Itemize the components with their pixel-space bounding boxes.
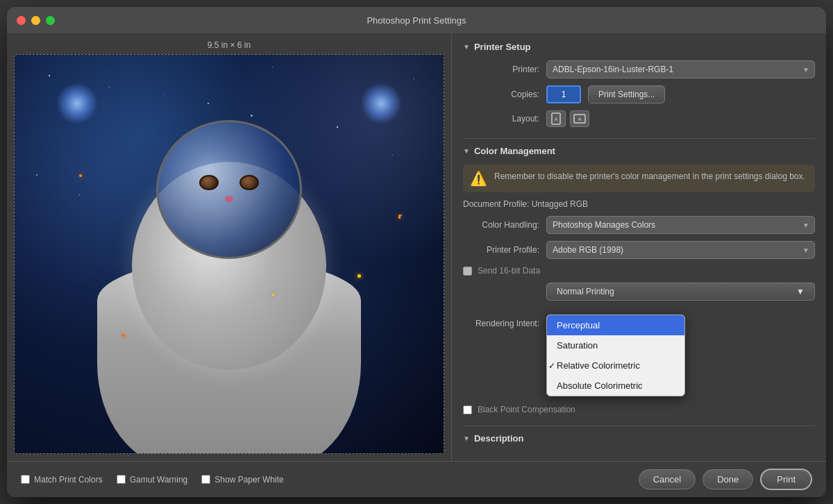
printer-row: Printer: ADBL-Epson-16in-Luster-RGB-1 ▼ — [463, 60, 815, 78]
layout-control: A A — [546, 110, 815, 127]
helmet-light-left — [56, 83, 98, 124]
printer-label: Printer: — [463, 65, 546, 74]
printer-profile-control: Adobe RGB (1998) sRGB ProPhoto RGB ▼ — [546, 241, 815, 259]
layout-row: Layout: A — [463, 110, 815, 127]
black-point-checkbox[interactable] — [463, 405, 472, 414]
document-profile: Document Profile: Untagged RGB — [463, 199, 815, 209]
cancel-button[interactable]: Cancel — [639, 469, 696, 489]
rendering-option-absolute[interactable]: Absolute Colorimetric — [547, 376, 684, 396]
color-mgmt-chevron: ▼ — [463, 147, 470, 155]
printer-control: ADBL-Epson-16in-Luster-RGB-1 ▼ — [546, 60, 815, 78]
gamut-warning-item: Gamut Warning — [117, 475, 188, 485]
printer-profile-select-wrapper: Adobe RGB (1998) sRGB ProPhoto RGB ▼ — [546, 241, 815, 259]
printer-setup-chevron: ▼ — [463, 43, 470, 51]
svg-text:A: A — [555, 117, 558, 121]
cat-eye-left — [199, 175, 219, 190]
normal-printing-control: Normal Printing ▼ — [546, 283, 815, 308]
copies-label: Copies: — [463, 90, 546, 99]
copies-row: Copies: Print Settings... — [463, 85, 815, 103]
helmet-visor — [156, 120, 302, 259]
bottom-checkboxes: Match Print Colors Gamut Warning Show Pa… — [21, 475, 284, 485]
description-title: Description — [474, 433, 524, 444]
gamut-warning-checkbox[interactable] — [117, 475, 126, 484]
left-panel: 9.5 in × 6 in — [7, 33, 451, 461]
cat-eyes — [199, 175, 259, 190]
window-title: Photoshop Print Settings — [367, 15, 466, 26]
normal-printing-arrow: ▼ — [796, 287, 805, 296]
relative-label: Relative Colorimetric — [557, 360, 640, 371]
close-button[interactable] — [17, 16, 26, 25]
layout-label: Layout: — [463, 114, 546, 124]
cat-nose — [225, 196, 233, 202]
rendering-intent-dropdown[interactable]: Perceptual Saturation ✓ Relative Colorim… — [546, 314, 685, 396]
color-handling-select-wrapper: Photoshop Manages Colors Printer Manages… — [546, 216, 815, 234]
canvas-size-label: 9.5 in × 6 in — [14, 40, 444, 50]
rendering-option-perceptual[interactable]: Perceptual — [547, 315, 684, 335]
color-handling-select[interactable]: Photoshop Manages Colors Printer Manages… — [546, 216, 815, 234]
layout-portrait-button[interactable]: A — [546, 110, 566, 127]
match-print-colors-label: Match Print Colors — [34, 475, 103, 485]
perceptual-label: Perceptual — [557, 320, 600, 330]
helmet-shell — [132, 162, 326, 370]
warning-text: Remember to disable the printer's color … — [494, 170, 805, 187]
warning-box: ⚠️ Remember to disable the printer's col… — [463, 165, 815, 192]
bottom-bar: Match Print Colors Gamut Warning Show Pa… — [7, 461, 826, 497]
warning-icon: ⚠️ — [470, 170, 487, 187]
rendering-intent-row: Rendering Intent: Perceptual Saturation — [463, 314, 815, 328]
title-bar: Photoshop Print Settings — [7, 7, 826, 33]
rendering-option-saturation[interactable]: Saturation — [547, 335, 684, 355]
layout-landscape-button[interactable]: A — [570, 110, 589, 127]
printer-select-wrapper: ADBL-Epson-16in-Luster-RGB-1 ▼ — [546, 60, 815, 78]
normal-printing-button[interactable]: Normal Printing ▼ — [546, 283, 815, 301]
printer-select[interactable]: ADBL-Epson-16in-Luster-RGB-1 — [546, 60, 815, 78]
copies-input-row: Print Settings... — [546, 85, 815, 103]
main-content: 9.5 in × 6 in — [7, 33, 826, 461]
absolute-label: Absolute Colorimetric — [557, 380, 643, 391]
saturation-label: Saturation — [557, 340, 598, 351]
normal-printing-row: Normal Printing ▼ — [463, 283, 815, 308]
show-paper-white-checkbox[interactable] — [201, 475, 210, 484]
copies-input[interactable] — [546, 85, 581, 103]
description-chevron: ▼ — [463, 435, 470, 442]
separator-2 — [463, 426, 815, 426]
print-button[interactable]: Print — [760, 469, 812, 490]
color-management-title: Color Management — [474, 146, 555, 156]
right-scroll-area[interactable]: ▼ Printer Setup Printer: ADBL-Epson-16in… — [452, 33, 826, 461]
color-handling-control: Photoshop Manages Colors Printer Manages… — [546, 216, 815, 234]
relative-check: ✓ — [548, 361, 555, 371]
print-settings-button[interactable]: Print Settings... — [588, 85, 665, 103]
minimize-button[interactable] — [31, 16, 40, 25]
done-button[interactable]: Done — [702, 469, 753, 489]
traffic-lights — [17, 16, 55, 25]
landscape-icon: A — [573, 114, 586, 124]
match-print-colors-checkbox[interactable] — [21, 475, 30, 484]
match-print-colors-item: Match Print Colors — [21, 475, 103, 485]
normal-printing-label: Normal Printing — [557, 287, 614, 296]
cat-eye-right — [239, 175, 259, 190]
separator-1 — [463, 138, 815, 139]
show-paper-white-item: Show Paper White — [201, 475, 283, 485]
printer-setup-title: Printer Setup — [474, 42, 531, 52]
dialog-window: Photoshop Print Settings 9.5 in × 6 in — [7, 7, 826, 497]
printer-profile-select[interactable]: Adobe RGB (1998) sRGB ProPhoto RGB — [546, 241, 815, 259]
rendering-option-relative[interactable]: ✓ Relative Colorimetric — [547, 355, 684, 376]
black-point-row: Black Point Compensation — [463, 405, 815, 414]
description-header: ▼ Description — [463, 433, 815, 444]
printer-profile-label: Printer Profile: — [463, 245, 546, 255]
description-section: ▼ Description — [463, 433, 815, 444]
printer-setup-section: ▼ Printer Setup Printer: ADBL-Epson-16in… — [463, 42, 815, 127]
send-16bit-checkbox[interactable] — [463, 267, 472, 276]
astronaut-background — [15, 55, 444, 453]
rendering-intent-label: Rendering Intent: — [463, 314, 546, 328]
printer-profile-row: Printer Profile: Adobe RGB (1998) sRGB P… — [463, 241, 815, 259]
svg-text:A: A — [578, 117, 582, 121]
gamut-warning-label: Gamut Warning — [130, 475, 188, 485]
cat-face — [165, 129, 293, 250]
layout-icons: A A — [546, 110, 815, 127]
color-handling-label: Color Handling: — [463, 220, 546, 230]
color-management-header: ▼ Color Management — [463, 146, 815, 156]
black-point-label: Black Point Compensation — [478, 405, 575, 414]
maximize-button[interactable] — [46, 16, 55, 25]
right-panel: ▼ Printer Setup Printer: ADBL-Epson-16in… — [451, 33, 826, 461]
portrait-icon: A — [551, 112, 561, 125]
